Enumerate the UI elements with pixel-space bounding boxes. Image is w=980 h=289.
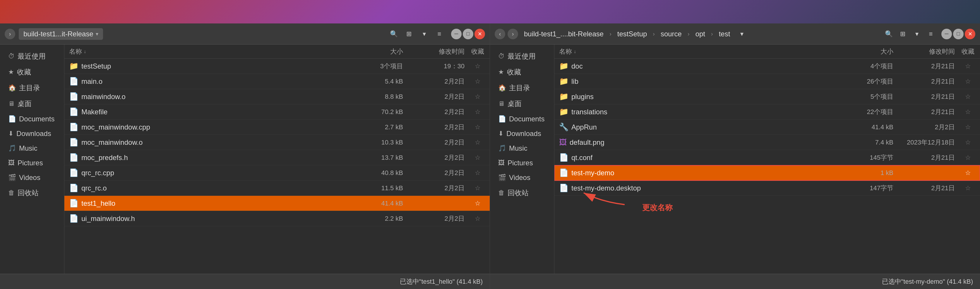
right-view-btn[interactable]: ⊞: [897, 28, 908, 40]
left-sidebar-item-trash[interactable]: 🗑 回收站: [2, 185, 62, 201]
right-filename-lib: lib: [571, 77, 843, 86]
left-file-area: 名称 ↓ 大小 修改时间 收藏 📁 testSetu: [64, 45, 490, 274]
right-nav-forward[interactable]: ›: [508, 29, 518, 39]
right-filename-translations: translations: [571, 108, 843, 116]
left-sidebar-item-videos[interactable]: 🎬 Videos: [2, 171, 62, 185]
left-min-btn[interactable]: ─: [451, 29, 461, 39]
right-favstar-plugins[interactable]: ☆: [961, 93, 975, 101]
left-view-dropdown-btn[interactable]: ▾: [418, 28, 430, 40]
right-favstar-doc[interactable]: ☆: [961, 62, 975, 70]
left-favstar-test1-hello[interactable]: ☆: [470, 200, 485, 207]
left-menu-btn[interactable]: ≡: [434, 28, 445, 40]
left-favstar-moc-o[interactable]: ☆: [470, 139, 485, 146]
right-file-row-test-my-demo[interactable]: 📄 test-my-demo 1 kB ☆: [554, 165, 980, 180]
left-file-row-qrc-cpp[interactable]: 📄 qrc_rc.cpp 40.8 kB 2月2日 ☆: [64, 165, 490, 180]
left-file-row-moc-cpp[interactable]: 📄 moc_mainwindow.cpp 2.7 kB 2月2日 ☆: [64, 120, 490, 135]
right-col-fav-label: 收藏: [962, 48, 974, 55]
right-favstar-test-my-demo[interactable]: ☆: [961, 169, 975, 177]
right-favstar-test-my-demo-desktop[interactable]: ☆: [961, 184, 975, 192]
obj-icon: 📄: [69, 138, 78, 147]
right-sidebar-item-downloads[interactable]: ⬇ Downloads: [492, 127, 552, 141]
right-sidebar-item-pictures[interactable]: 🖼 Pictures: [492, 156, 552, 170]
right-sidebar-item-recent[interactable]: ⏱ 最近使用: [492, 49, 552, 64]
left-sidebar-item-documents[interactable]: 📄 Documents: [2, 112, 62, 126]
left-favstar-moc-h[interactable]: ☆: [470, 154, 485, 161]
right-nav-back[interactable]: ‹: [495, 29, 505, 39]
right-favstar-apprun[interactable]: ☆: [961, 123, 975, 131]
left-nav-back[interactable]: ›: [5, 29, 15, 39]
folder-icon-translations: 📁: [559, 107, 568, 117]
right-file-row-plugins[interactable]: 📁 plugins 5个项目 2月21日 ☆: [554, 89, 980, 104]
right-sidebar-item-music[interactable]: 🎵 Music: [492, 141, 552, 155]
right-min-btn[interactable]: ─: [941, 29, 952, 39]
right-sidebar-item-home[interactable]: 🏠 主目录: [492, 80, 552, 96]
left-search-btn[interactable]: 🔍: [388, 28, 399, 40]
left-content-area: ⏱ 最近使用 ★ 收藏 🏠 主目录 🖥 桌面 📄 Documents: [0, 45, 490, 274]
left-file-row-mainwindowo[interactable]: 📄 mainwindow.o 8.8 kB 2月2日 ☆: [64, 89, 490, 104]
right-sidebar-item-favorites[interactable]: ★ 收藏: [492, 64, 552, 80]
text-icon-qtconf: 📄: [559, 153, 568, 162]
left-view-btn[interactable]: ⊞: [403, 28, 415, 40]
left-sidebar-item-favorites[interactable]: ★ 收藏: [2, 64, 62, 80]
right-favstar-lib[interactable]: ☆: [961, 78, 975, 85]
trash-icon: 🗑: [8, 189, 14, 197]
right-sidebar-item-documents[interactable]: 📄 Documents: [492, 112, 552, 126]
right-path-test[interactable]: test: [715, 29, 734, 39]
right-max-btn[interactable]: □: [953, 29, 964, 39]
left-max-btn[interactable]: □: [463, 29, 473, 39]
right-filename-doc: doc: [571, 62, 843, 70]
right-path-root[interactable]: build-test1_....bit-Release: [520, 29, 607, 39]
right-search-btn[interactable]: 🔍: [883, 28, 894, 40]
left-sidebar-item-music[interactable]: 🎵 Music: [2, 141, 62, 155]
left-favstar-moc-cpp[interactable]: ☆: [470, 123, 485, 131]
right-file-row-qtconf[interactable]: 📄 qt.conf 145字节 2月21日 ☆: [554, 150, 980, 165]
left-file-row-moc-o[interactable]: 📄 moc_mainwindow.o 10.3 kB 2月2日 ☆: [64, 135, 490, 150]
right-file-row-translations[interactable]: 📁 translations 22个项目 2月21日 ☆: [554, 104, 980, 120]
right-sidebar-item-videos[interactable]: 🎬 Videos: [492, 171, 552, 185]
left-col-name-label: 名称: [69, 47, 82, 56]
left-file-row-qrc-o[interactable]: 📄 qrc_rc.o 11.5 kB 2月2日 ☆: [64, 180, 490, 196]
right-menu-btn[interactable]: ≡: [925, 28, 937, 40]
red-arrow-svg: [578, 187, 636, 208]
right-path-dropdown-btn[interactable]: ▾: [736, 28, 748, 40]
left-sidebar-item-recent[interactable]: ⏱ 最近使用: [2, 49, 62, 64]
right-filemod-lib: 2月21日: [902, 77, 961, 86]
right-file-row-lib[interactable]: 📁 lib 26个项目 2月21日 ☆: [554, 74, 980, 89]
left-file-row-moc-h[interactable]: 📄 moc_predefs.h 13.7 kB 2月2日 ☆: [64, 150, 490, 165]
left-favstar-mainwindowo[interactable]: ☆: [470, 93, 485, 101]
left-sidebar-item-home[interactable]: 🏠 主目录: [2, 80, 62, 96]
left-favstar-testsetup[interactable]: ☆: [470, 62, 485, 70]
right-favstar-defaultpng[interactable]: ☆: [961, 139, 975, 146]
right-favstar-translations[interactable]: ☆: [961, 108, 975, 116]
left-file-row-maino[interactable]: 📄 main.o 5.4 kB 2月2日 ☆: [64, 74, 490, 89]
right-view-dropdown-btn[interactable]: ▾: [911, 28, 923, 40]
left-favstar-qrc-cpp[interactable]: ☆: [470, 169, 485, 177]
left-favstar-ui-h[interactable]: ☆: [470, 215, 485, 222]
left-sidebar-item-desktop[interactable]: 🖥 桌面: [2, 96, 62, 112]
right-path-opt[interactable]: opt: [692, 29, 709, 39]
right-close-btn[interactable]: ✕: [965, 29, 975, 39]
exe-icon-test-my-demo: 📄: [559, 168, 568, 177]
right-sidebar-item-desktop[interactable]: 🖥 桌面: [492, 96, 552, 112]
right-file-row-doc[interactable]: 📁 doc 4个项目 2月21日 ☆: [554, 59, 980, 74]
right-status-text: 已选中"test-my-demo" (41.4 kB): [882, 277, 973, 286]
right-file-row-apprun[interactable]: 🔧 AppRun 41.4 kB 2月2日 ☆: [554, 120, 980, 135]
right-file-row-defaultpng[interactable]: 🖼 default.png 7.4 kB 2023年12月18日 ☆: [554, 135, 980, 150]
right-sidebar-item-trash[interactable]: 🗑 回收站: [492, 185, 552, 201]
left-file-row-makefile[interactable]: 📄 Makefile 70.2 kB 2月2日 ☆: [64, 104, 490, 120]
left-file-row-ui-h[interactable]: 📄 ui_mainwindow.h 2.2 kB 2月2日 ☆: [64, 211, 490, 226]
left-favstar-qrc-o[interactable]: ☆: [470, 184, 485, 192]
right-path-testsetup[interactable]: testSetup: [614, 29, 651, 39]
left-filesize-maino: 5.4 kB: [353, 78, 412, 85]
left-sidebar-item-downloads[interactable]: ⬇ Downloads: [2, 127, 62, 141]
left-sidebar-item-pictures[interactable]: 🖼 Pictures: [2, 156, 62, 170]
left-file-row-test1-hello[interactable]: 📄 test1_hello 41.4 kB ☆: [64, 196, 490, 211]
right-path-source[interactable]: source: [657, 29, 685, 39]
left-file-row-testsetup[interactable]: 📁 testSetup 3个项目 19：30 ☆: [64, 59, 490, 74]
right-filesize-doc: 4个项目: [843, 62, 902, 71]
right-favstar-qtconf[interactable]: ☆: [961, 154, 975, 161]
left-close-btn[interactable]: ✕: [474, 29, 485, 39]
left-favstar-maino[interactable]: ☆: [470, 78, 485, 85]
left-favstar-makefile[interactable]: ☆: [470, 108, 485, 116]
downloads-icon-r: ⬇: [498, 130, 503, 137]
